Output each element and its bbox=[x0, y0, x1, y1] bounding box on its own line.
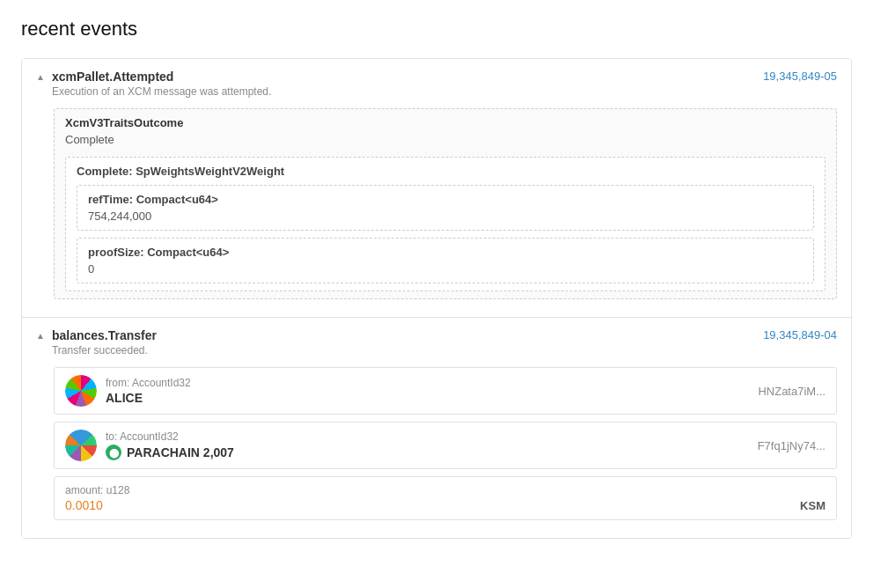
reftime-value: 754,244,000 bbox=[77, 209, 813, 230]
to-address: F7fq1jNy74... bbox=[758, 439, 825, 452]
to-info: to: AccountId32 ⬤ PARACHAIN 2,007 bbox=[106, 430, 234, 460]
event-item-xcm: ▲ xcmPallet.Attempted Execution of an XC… bbox=[22, 59, 851, 317]
from-name: ALICE bbox=[106, 391, 191, 405]
page-title: recent events bbox=[21, 18, 852, 40]
parachain-avatar bbox=[65, 430, 97, 461]
event-block-link-xcm[interactable]: 19,345,849-05 bbox=[763, 70, 837, 83]
from-row: from: AccountId32 ALICE HNZata7iM... bbox=[54, 367, 837, 415]
nested-box-outer-value: Complete bbox=[55, 133, 836, 153]
amount-row: amount: u128 0.0010 KSM bbox=[54, 476, 837, 520]
nested-box-inner-complete: Complete: SpWeightsWeightV2Weight refTim… bbox=[65, 157, 825, 291]
amount-value: 0.0010 bbox=[65, 498, 103, 512]
event-header-left-transfer: ▲ balances.Transfer Transfer succeeded. bbox=[36, 328, 157, 356]
nested-box-reftime: refTime: Compact<u64> 754,244,000 bbox=[77, 185, 814, 231]
collapse-icon-xcm[interactable]: ▲ bbox=[36, 72, 45, 82]
nested-box-inner-label: Complete: SpWeightsWeightV2Weight bbox=[66, 158, 825, 181]
to-name: ⬤ PARACHAIN 2,007 bbox=[106, 445, 234, 460]
event-item-transfer: ▲ balances.Transfer Transfer succeeded. … bbox=[22, 317, 851, 538]
nested-box-outer: XcmV3TraitsOutcome Complete Complete: Sp… bbox=[54, 108, 837, 299]
nested-box-proofsize: proofSize: Compact<u64> 0 bbox=[77, 238, 814, 283]
amount-row-bottom: 0.0010 KSM bbox=[65, 498, 825, 512]
nested-box-outer-label: XcmV3TraitsOutcome bbox=[55, 109, 836, 133]
events-list: ▲ xcmPallet.Attempted Execution of an XC… bbox=[21, 58, 852, 539]
event-name-block-transfer: balances.Transfer Transfer succeeded. bbox=[52, 328, 157, 356]
event-block-link-transfer[interactable]: 19,345,849-04 bbox=[763, 328, 837, 342]
event-body-transfer: from: AccountId32 ALICE HNZata7iM... bbox=[22, 367, 851, 538]
amount-currency: KSM bbox=[800, 499, 825, 512]
event-header-transfer: ▲ balances.Transfer Transfer succeeded. … bbox=[22, 318, 851, 367]
event-name-block-xcm: xcmPallet.Attempted Execution of an XCM … bbox=[52, 70, 271, 98]
event-name-transfer: balances.Transfer bbox=[52, 328, 157, 342]
page-container: recent events ▲ xcmPallet.Attempted Exec… bbox=[0, 0, 873, 588]
alice-avatar bbox=[65, 375, 97, 407]
from-row-left: from: AccountId32 ALICE bbox=[65, 375, 191, 407]
to-row-left: to: AccountId32 ⬤ PARACHAIN 2,007 bbox=[65, 430, 234, 461]
collapse-icon-transfer[interactable]: ▲ bbox=[36, 331, 45, 341]
from-info: from: AccountId32 ALICE bbox=[106, 377, 191, 405]
from-address: HNZata7iM... bbox=[758, 385, 825, 398]
event-desc-transfer: Transfer succeeded. bbox=[52, 344, 157, 356]
to-label: to: AccountId32 bbox=[106, 430, 234, 443]
from-label: from: AccountId32 bbox=[106, 377, 191, 389]
reftime-label: refTime: Compact<u64> bbox=[77, 186, 813, 209]
event-body-xcm: XcmV3TraitsOutcome Complete Complete: Sp… bbox=[22, 108, 851, 317]
proofsize-label: proofSize: Compact<u64> bbox=[77, 239, 813, 262]
parachain-icon: ⬤ bbox=[106, 445, 121, 460]
event-desc-xcm: Execution of an XCM message was attempte… bbox=[52, 85, 271, 98]
to-row: to: AccountId32 ⬤ PARACHAIN 2,007 F7fq1j… bbox=[54, 422, 837, 469]
event-header-xcm: ▲ xcmPallet.Attempted Execution of an XC… bbox=[22, 59, 851, 108]
proofsize-value: 0 bbox=[77, 262, 813, 283]
event-name-xcm: xcmPallet.Attempted bbox=[52, 70, 271, 84]
amount-label: amount: u128 bbox=[65, 484, 825, 496]
event-header-left-xcm: ▲ xcmPallet.Attempted Execution of an XC… bbox=[36, 70, 271, 98]
